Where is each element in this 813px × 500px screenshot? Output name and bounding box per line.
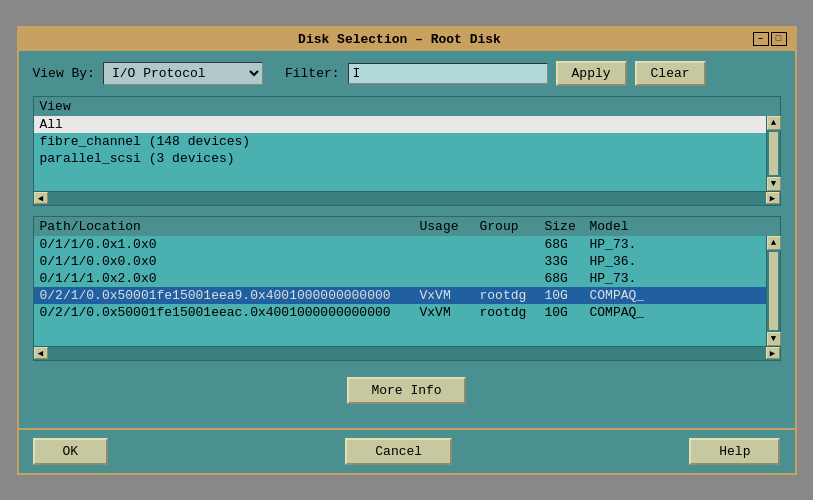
cell-group <box>480 271 545 286</box>
view-by-select-wrapper[interactable]: I/O Protocol <box>103 62 263 85</box>
cell-path: 0/2/1/0.0x50001fe15001eea9.0x40010000000… <box>40 288 420 303</box>
view-scrollbar[interactable]: ▲ ▼ <box>766 116 780 191</box>
cell-usage <box>420 237 480 252</box>
table-scrollbar[interactable]: ▲ ▼ <box>766 236 780 346</box>
table-rows-container: 0/1/1/0.0x1.0x0 68G HP_73. 0/1/1/0.0x0.0… <box>34 236 780 346</box>
ok-button[interactable]: OK <box>33 438 109 465</box>
title-bar-buttons: – □ <box>753 32 787 46</box>
cell-usage: VxVM <box>420 288 480 303</box>
table-list[interactable]: 0/1/1/0.0x1.0x0 68G HP_73. 0/1/1/0.0x0.0… <box>34 236 766 346</box>
view-group: View All fibre_channel (148 devices) par… <box>33 96 781 206</box>
col-header-size: Size <box>545 219 590 234</box>
table-scroll-up-btn[interactable]: ▲ <box>767 236 781 250</box>
filter-input[interactable] <box>348 63 548 84</box>
window-body: View By: I/O Protocol Filter: Apply Clea… <box>19 51 795 428</box>
cell-model: HP_36. <box>590 254 760 269</box>
cell-group: rootdg <box>480 305 545 320</box>
view-section-label: View <box>40 99 71 114</box>
cell-usage <box>420 254 480 269</box>
h-scroll-right-btn[interactable]: ▶ <box>766 192 780 204</box>
cell-size: 10G <box>545 305 590 320</box>
scrollbar-up-btn[interactable]: ▲ <box>767 116 781 130</box>
table-header: Path/Location Usage Group Size Model <box>34 217 780 236</box>
col-header-group: Group <box>480 219 545 234</box>
cell-model: HP_73. <box>590 271 760 286</box>
help-button[interactable]: Help <box>689 438 780 465</box>
view-list-container: All fibre_channel (148 devices) parallel… <box>34 116 780 191</box>
list-item[interactable]: fibre_channel (148 devices) <box>34 133 766 150</box>
window-title: Disk Selection – Root Disk <box>47 32 753 47</box>
clear-button[interactable]: Clear <box>635 61 706 86</box>
cell-path: 0/1/1/0.0x0.0x0 <box>40 254 420 269</box>
h-scroll-left-btn[interactable]: ◀ <box>34 192 48 204</box>
list-item[interactable]: All <box>34 116 766 133</box>
scrollbar-down-btn[interactable]: ▼ <box>767 177 781 191</box>
cell-path: 0/2/1/0.0x50001fe15001eeac.0x40010000000… <box>40 305 420 320</box>
bottom-bar: OK Cancel Help <box>19 428 795 473</box>
table-h-scroll-track <box>48 348 766 358</box>
cell-group: rootdg <box>480 288 545 303</box>
cell-usage <box>420 271 480 286</box>
cell-path: 0/1/1/1.0x2.0x0 <box>40 271 420 286</box>
col-header-usage: Usage <box>420 219 480 234</box>
filter-label: Filter: <box>285 66 340 81</box>
cell-size: 68G <box>545 237 590 252</box>
scrollbar-thumb[interactable] <box>769 132 778 175</box>
view-by-select[interactable]: I/O Protocol <box>103 62 263 85</box>
maximize-button[interactable]: □ <box>771 32 787 46</box>
cell-usage: VxVM <box>420 305 480 320</box>
cell-model: COMPAQ_ <box>590 288 760 303</box>
view-list[interactable]: All fibre_channel (148 devices) parallel… <box>34 116 766 191</box>
cell-group <box>480 237 545 252</box>
view-h-scrollbar[interactable]: ◀ ▶ <box>34 191 780 205</box>
cancel-button[interactable]: Cancel <box>345 438 452 465</box>
col-header-model: Model <box>590 219 774 234</box>
table-h-scroll-right-btn[interactable]: ▶ <box>766 347 780 359</box>
cell-group <box>480 254 545 269</box>
cell-size: 68G <box>545 271 590 286</box>
cell-path: 0/1/1/0.0x1.0x0 <box>40 237 420 252</box>
table-row[interactable]: 0/1/1/1.0x2.0x0 68G HP_73. <box>34 270 766 287</box>
cell-model: COMPAQ_ <box>590 305 760 320</box>
top-row: View By: I/O Protocol Filter: Apply Clea… <box>33 61 781 86</box>
list-item[interactable]: parallel_scsi (3 devices) <box>34 150 766 167</box>
title-bar: Disk Selection – Root Disk – □ <box>19 28 795 51</box>
table-row[interactable]: 0/2/1/0.0x50001fe15001eeac.0x40010000000… <box>34 304 766 321</box>
table-section: Path/Location Usage Group Size Model 0/1… <box>33 216 781 361</box>
apply-button[interactable]: Apply <box>556 61 627 86</box>
main-window: Disk Selection – Root Disk – □ View By: … <box>17 26 797 475</box>
cell-model: HP_73. <box>590 237 760 252</box>
table-h-scrollbar[interactable]: ◀ ▶ <box>34 346 780 360</box>
more-info-area: More Info <box>33 377 781 404</box>
table-h-scroll-left-btn[interactable]: ◀ <box>34 347 48 359</box>
h-scroll-track <box>48 193 766 203</box>
view-by-label: View By: <box>33 66 95 81</box>
table-row[interactable]: 0/1/1/0.0x1.0x0 68G HP_73. <box>34 236 766 253</box>
view-group-title: View <box>34 97 780 116</box>
cell-size: 33G <box>545 254 590 269</box>
more-info-button[interactable]: More Info <box>347 377 465 404</box>
minimize-button[interactable]: – <box>753 32 769 46</box>
table-scroll-down-btn[interactable]: ▼ <box>767 332 781 346</box>
table-row[interactable]: 0/2/1/0.0x50001fe15001eea9.0x40010000000… <box>34 287 766 304</box>
table-row[interactable]: 0/1/1/0.0x0.0x0 33G HP_36. <box>34 253 766 270</box>
cell-size: 10G <box>545 288 590 303</box>
col-header-path: Path/Location <box>40 219 420 234</box>
table-scrollbar-thumb[interactable] <box>769 252 778 330</box>
